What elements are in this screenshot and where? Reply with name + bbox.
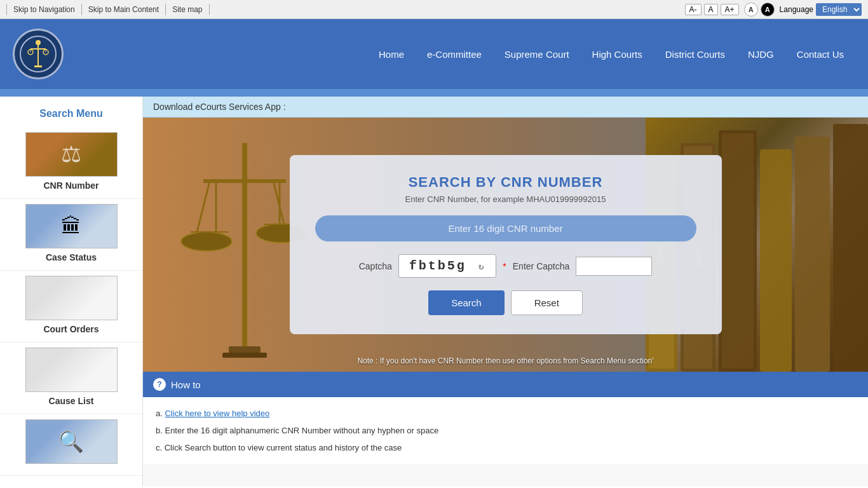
- howto-item-1: a. Click here to view help video: [156, 405, 855, 422]
- contrast-controls: A A: [744, 3, 775, 17]
- sidebar-item-extra[interactable]: [0, 414, 142, 476]
- howto-prefix-1: a.: [156, 409, 165, 418]
- howto-section: ? How to a. Click here to view help vide…: [143, 372, 868, 464]
- font-controls: A- A A+: [685, 4, 739, 15]
- search-subtitle: Enter CNR Number, for example MHAU019999…: [315, 194, 696, 204]
- font-small-button[interactable]: A-: [685, 4, 702, 15]
- howto-header: ? How to: [143, 372, 868, 397]
- cnr-input[interactable]: [315, 215, 696, 241]
- captcha-input[interactable]: [576, 257, 652, 276]
- search-title: SEARCH BY CNR NUMBER: [315, 174, 696, 191]
- howto-text-3: Click Search button to view current stat…: [165, 443, 402, 452]
- captcha-value: fbtb5g: [409, 259, 466, 273]
- svg-line-22: [197, 181, 210, 232]
- refresh-icon[interactable]: ↻: [478, 262, 485, 272]
- nav-high-courts[interactable]: High Courts: [581, 44, 654, 65]
- question-icon: ?: [153, 378, 166, 391]
- sidebar-label-cause-list: Cause List: [49, 396, 94, 406]
- download-bar-text: Download eCourts Services App :: [153, 102, 286, 112]
- nav-district-courts[interactable]: District Courts: [654, 44, 736, 65]
- captcha-label: Captcha: [359, 261, 392, 271]
- case-status-thumbnail: [25, 204, 118, 248]
- language-section: Language English: [780, 3, 862, 16]
- sidebar-label-court-orders: Court Orders: [43, 324, 98, 334]
- sitemap-link[interactable]: Site map: [166, 4, 209, 15]
- main-nav: Home e-Committee Supreme Court High Cour…: [89, 44, 855, 65]
- sidebar-item-case-status[interactable]: Case Status: [0, 199, 142, 271]
- captcha-image: fbtb5g ↻: [398, 254, 496, 278]
- search-card: SEARCH BY CNR NUMBER Enter CNR Number, f…: [290, 155, 722, 334]
- nav-ecommittee[interactable]: e-Committee: [416, 44, 493, 65]
- skip-to-nav-link[interactable]: Skip to Navigation: [6, 4, 82, 15]
- banner-note: Note : If you don't have CNR Number then…: [143, 356, 868, 365]
- contrast-white-button[interactable]: A: [744, 3, 758, 17]
- contrast-black-button[interactable]: A: [761, 3, 775, 17]
- reset-button[interactable]: Reset: [511, 290, 583, 315]
- howto-item-3: c. Click Search button to view current s…: [156, 439, 855, 456]
- captcha-row: Captcha fbtb5g ↻ * Enter Captcha: [315, 254, 696, 278]
- howto-item-2: b. Enter the 16 digit alphanumeric CNR N…: [156, 422, 855, 439]
- sidebar-title: Search Menu: [0, 103, 142, 127]
- accessibility-bar: Skip to Navigation Skip to Main Content …: [0, 0, 868, 19]
- howto-title: How to: [171, 379, 201, 390]
- extra-thumbnail: [25, 419, 118, 464]
- howto-text-2: Enter the 16 digit alphanumeric CNR Numb…: [165, 426, 438, 435]
- header-stripe: [0, 89, 868, 97]
- howto-help-video-link[interactable]: Click here to view help video: [165, 409, 269, 418]
- header: Home e-Committee Supreme Court High Cour…: [0, 19, 868, 89]
- sidebar-label-case-status: Case Status: [46, 252, 97, 262]
- court-orders-thumbnail: [25, 276, 118, 320]
- language-select[interactable]: English: [816, 3, 862, 16]
- howto-prefix-3: c.: [156, 443, 165, 452]
- action-buttons: Search Reset: [315, 290, 696, 315]
- cnr-thumbnail: [25, 132, 118, 177]
- main-layout: Search Menu CNR Number Case Status Court…: [0, 97, 868, 486]
- main-content: Download eCourts Services App :: [143, 97, 868, 486]
- svg-rect-17: [833, 124, 868, 372]
- nav-home[interactable]: Home: [367, 44, 416, 65]
- logo-icon: [19, 35, 57, 73]
- font-large-button[interactable]: A+: [721, 4, 739, 15]
- howto-body: a. Click here to view help video b. Ente…: [143, 397, 868, 464]
- sidebar-item-cnr[interactable]: CNR Number: [0, 127, 142, 199]
- search-button[interactable]: Search: [428, 290, 505, 315]
- svg-rect-8: [34, 65, 42, 67]
- svg-point-26: [181, 232, 232, 251]
- cause-list-thumbnail: [25, 348, 118, 392]
- nav-njdg[interactable]: NJDG: [736, 44, 785, 65]
- sidebar-label-cnr: CNR Number: [43, 180, 98, 191]
- svg-rect-16: [795, 137, 830, 372]
- svg-rect-14: [722, 133, 754, 369]
- language-label: Language: [780, 5, 813, 14]
- sidebar-item-court-orders[interactable]: Court Orders: [0, 271, 142, 342]
- nav-contact-us[interactable]: Contact Us: [785, 44, 855, 65]
- nav-supreme-court[interactable]: Supreme Court: [493, 44, 581, 65]
- download-bar: Download eCourts Services App :: [143, 97, 868, 118]
- banner: LAW COURT: [143, 118, 868, 372]
- sidebar-item-cause-list[interactable]: Cause List: [0, 342, 142, 414]
- captcha-enter-label: Enter Captcha: [513, 261, 570, 271]
- skip-to-main-link[interactable]: Skip to Main Content: [82, 4, 166, 15]
- howto-prefix-2: b.: [156, 426, 165, 435]
- captcha-asterisk: *: [503, 261, 506, 271]
- logo: [13, 29, 64, 79]
- font-normal-button[interactable]: A: [704, 4, 718, 15]
- banner-note-text: Note : If you don't have CNR Number then…: [357, 356, 653, 365]
- logo-area: [13, 29, 64, 79]
- svg-rect-15: [760, 149, 792, 372]
- svg-point-7: [36, 40, 41, 45]
- sidebar: Search Menu CNR Number Case Status Court…: [0, 97, 143, 486]
